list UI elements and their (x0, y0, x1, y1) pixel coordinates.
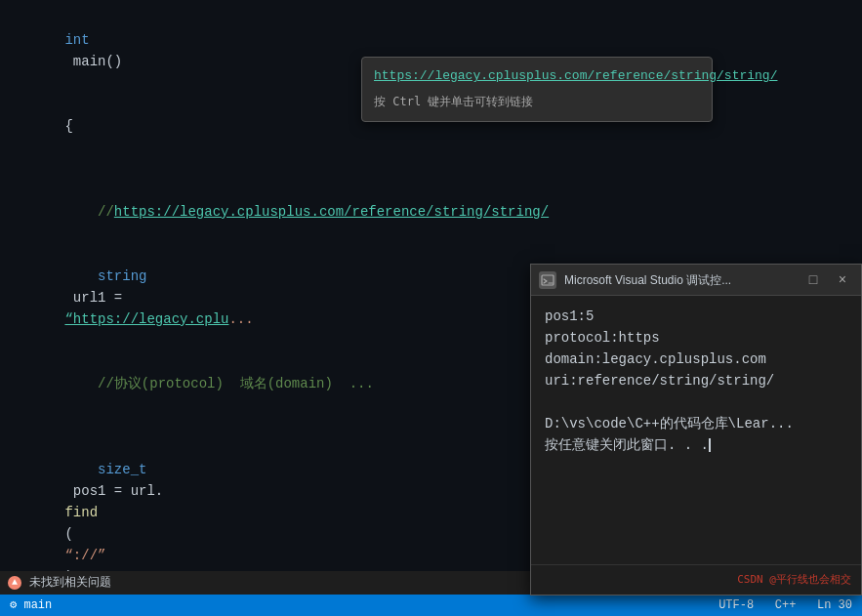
cursor (709, 438, 711, 452)
terminal-window: Microsoft Visual Studio 调试控... □ × pos1:… (530, 264, 862, 595)
url-truncated: ... (228, 311, 253, 327)
code: ( (64, 526, 72, 542)
terminal-output-line: pos1:5 (545, 306, 847, 327)
terminal-output-line: 按任意键关闭此窗口. . . (545, 434, 847, 456)
tooltip-link[interactable]: https://legacy.cplusplus.com/reference/s… (374, 65, 700, 87)
code: url1 = (64, 290, 130, 306)
terminal-footer: CSDN @平行线也会相交 (531, 564, 861, 595)
brace: { (64, 118, 72, 134)
kw: string (64, 268, 146, 284)
str: “://” (64, 548, 105, 563)
kw: size_t (64, 462, 146, 477)
code-line (0, 158, 862, 180)
hover-tooltip: https://legacy.cplusplus.com/reference/s… (361, 57, 713, 122)
func-name: main() (64, 54, 122, 69)
comment: //https://legacy.cplusplus.com/reference… (64, 204, 549, 220)
code: pos1 = url. (64, 483, 163, 499)
comment: //协议(protocol) 域名(domain) ... (64, 376, 373, 391)
url-link[interactable]: “https://legacy.cplu (64, 311, 228, 327)
status-bar: ⚙ main UTF-8 C++ Ln 30 (0, 595, 862, 616)
terminal-maximize-button[interactable]: □ (802, 269, 824, 291)
status-branch: ⚙ main (10, 595, 52, 616)
terminal-output-line: domain:legacy.cplusplus.com (545, 349, 847, 370)
terminal-title: Microsoft Visual Studio 调试控... (564, 269, 795, 291)
terminal-body: pos1:5 protocol:https domain:legacy.cplu… (531, 296, 861, 564)
comment-link[interactable]: https://legacy.cplusplus.com/reference/s… (114, 204, 549, 220)
code-line: //https://legacy.cplusplus.com/reference… (0, 180, 862, 244)
terminal-output-line (545, 391, 847, 413)
terminal-app-icon (539, 271, 556, 289)
terminal-output-line: D:\vs\code\C++的代码仓库\Lear... (545, 413, 847, 434)
tooltip-hint: 按 Ctrl 键并单击可转到链接 (374, 95, 533, 108)
keyword-int: int (64, 32, 89, 48)
status-info: UTF-8 C++ Ln 30 (718, 595, 852, 616)
terminal-close-button[interactable]: × (832, 269, 853, 291)
error-icon: ▲ (8, 576, 21, 590)
problems-label: 未找到相关问题 (29, 572, 111, 594)
fn: find (64, 505, 98, 520)
terminal-titlebar: Microsoft Visual Studio 调试控... □ × (531, 265, 861, 296)
terminal-output-line: protocol:https (545, 327, 847, 349)
terminal-output-line: uri:reference/string/string/ (545, 370, 847, 391)
code-editor: int main() { //https://legacy.cplusplus.… (0, 0, 862, 616)
